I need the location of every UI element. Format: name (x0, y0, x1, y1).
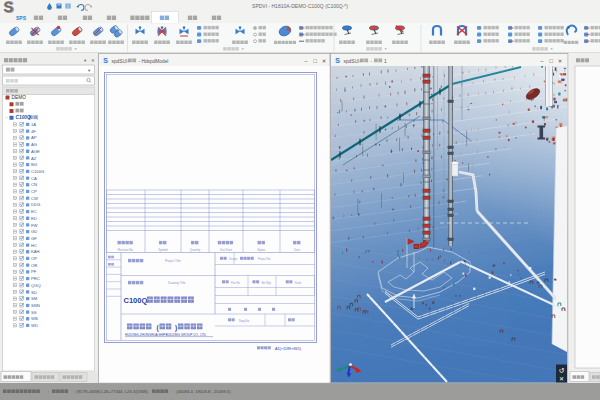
svg-text:▾: ▾ (242, 47, 244, 51)
svg-text:OP: OP (31, 256, 37, 261)
svg-text:GD: GD (31, 229, 37, 234)
svg-text:AP: AP (31, 135, 37, 140)
svg-text:CN: CN (31, 182, 37, 187)
svg-text:Revision No.: Revision No. (118, 248, 134, 252)
svg-text:Project Title: Project Title (165, 259, 181, 263)
svg-text:Symbol: Symbol (158, 248, 168, 252)
svg-text:Date: Date (294, 248, 300, 252)
svg-text:SS: SS (31, 310, 37, 315)
svg-text:▾: ▾ (551, 47, 553, 51)
svg-text:□: □ (549, 58, 553, 64)
svg-text:SM: SM (31, 296, 38, 301)
svg-text:- HdspdModel: - HdspdModel (139, 59, 169, 64)
svg-text:AZ: AZ (31, 156, 37, 161)
svg-text:SPS: SPS (16, 15, 27, 21)
svg-text:: (9179+4658) L26+77344, L25-5: : (9179+4658) L26+77344, L25-5(1949), (74, 389, 149, 394)
svg-text:WB: WB (31, 316, 38, 321)
svg-text:AGE: AGE (31, 149, 40, 154)
svg-text:spdSUI-: spdSUI- (344, 59, 362, 64)
svg-text:DDG: DDG (31, 202, 40, 207)
svg-text:CA: CA (31, 176, 37, 181)
svg-text:Part No.: Part No. (231, 281, 241, 285)
svg-text:✕: ✕ (559, 376, 564, 382)
svg-text:Design: Design (229, 257, 238, 261)
svg-text:✕: ✕ (91, 58, 95, 63)
svg-text:ED: ED (31, 216, 37, 221)
svg-text:S: S (103, 57, 108, 64)
svg-text:QGQ: QGQ (31, 283, 42, 288)
svg-text:C100Q: C100Q (124, 296, 148, 305)
svg-text:SD: SD (31, 290, 37, 295)
svg-text:spdSUI-: spdSUI- (112, 59, 130, 64)
svg-text:SNN: SNN (31, 303, 40, 308)
svg-text:EC: EC (31, 209, 37, 214)
svg-text:Scale: Scale (295, 281, 302, 285)
svg-text:DEMO: DEMO (12, 95, 27, 100)
svg-text:C100G: C100G (31, 169, 44, 174)
svg-text:↺: ↺ (559, 367, 565, 374)
svg-text:: (40094.4, 19103.8, -21059.5): : (40094.4, 19103.8, -21059.5) (174, 389, 231, 394)
svg-text:S: S (335, 57, 340, 64)
svg-text:Dist Zone: Dist Zone (220, 248, 232, 252)
svg-text:FW: FW (31, 223, 38, 228)
svg-text:GF: GF (31, 236, 37, 241)
svg-text:4F: 4F (31, 129, 36, 134)
svg-text:OR: OR (31, 263, 37, 268)
svg-text:CP: CP (31, 189, 37, 194)
svg-text:C100Q: C100Q (16, 115, 31, 120)
svg-text:✕: ✕ (558, 58, 563, 64)
svg-text:Project No.: Project No. (258, 257, 271, 261)
svg-text:PF: PF (31, 269, 37, 274)
svg-text:✕: ✕ (322, 58, 327, 64)
svg-text:□: □ (313, 58, 317, 64)
svg-text:HC: HC (31, 243, 37, 248)
svg-text:WD: WD (31, 323, 38, 328)
svg-text:−: − (304, 58, 308, 64)
svg-text:▾: ▾ (385, 47, 387, 51)
svg-text:−: − (540, 58, 544, 64)
svg-text:: A1(×1189×841): : A1(×1189×841) (273, 347, 302, 351)
svg-text:SPDVI - H1810A-DEMO-C100Q (C: SPDVI - H1810A-DEMO-C100Q (C100Q-*) (252, 3, 348, 9)
svg-text:Dwg No.: Dwg No. (239, 319, 250, 323)
svg-text:1: 1 (384, 59, 387, 64)
svg-text:Signat.: Signat. (257, 248, 266, 252)
svg-text:CW: CW (31, 196, 38, 201)
svg-text:▾: ▾ (75, 47, 77, 51)
svg-text:Drawing Title: Drawing Title (168, 281, 186, 285)
svg-text:1A: 1A (31, 122, 36, 127)
svg-text:KAH: KAH (31, 249, 40, 254)
svg-text:HUDONG-ZHONGHUA SHIPBUILDING G: HUDONG-ZHONGHUA SHIPBUILDING GROUP CO., … (125, 333, 207, 337)
svg-text:AG: AG (31, 142, 37, 147)
svg-text:PRC: PRC (31, 276, 40, 281)
svg-text:S: S (3, 0, 13, 15)
svg-text:Quantity: Quantity (190, 248, 201, 252)
svg-text:BG: BG (31, 162, 37, 167)
svg-text::: : (48, 389, 49, 394)
svg-text:): ) (175, 324, 177, 332)
svg-text:Net Wgt: Net Wgt (262, 281, 272, 285)
